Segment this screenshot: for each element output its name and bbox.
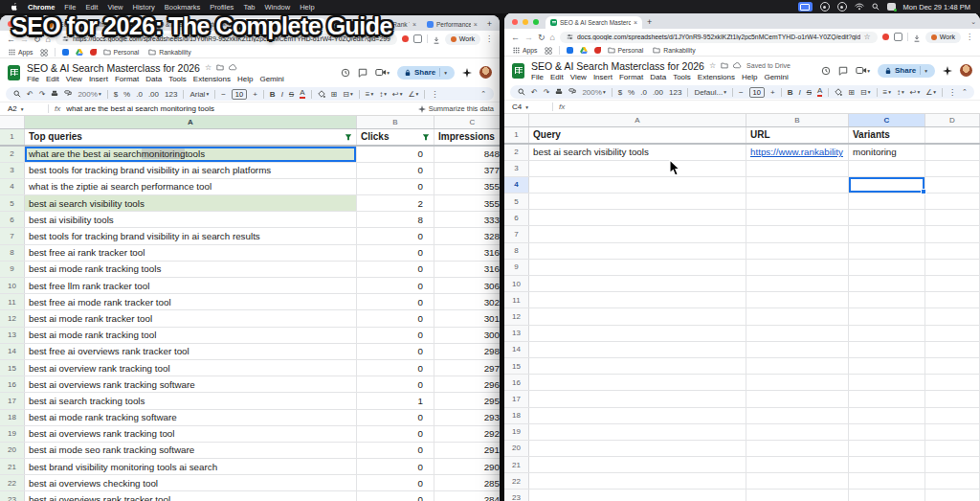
- cell-D17[interactable]: [925, 391, 980, 406]
- row-header-17[interactable]: 17: [504, 391, 529, 406]
- row-header-5[interactable]: 5: [504, 194, 529, 209]
- cell-A12[interactable]: [529, 308, 746, 324]
- row-header-2[interactable]: 2: [0, 147, 25, 162]
- filter-icon[interactable]: [342, 133, 352, 141]
- drive-favicon[interactable]: [76, 49, 83, 56]
- menubar-item-bookmarks[interactable]: Bookmarks: [165, 3, 201, 11]
- close-window-button[interactable]: [512, 19, 518, 25]
- column-header-A[interactable]: A: [529, 114, 746, 126]
- cell-D4[interactable]: [925, 177, 980, 193]
- cell-A16[interactable]: [529, 375, 746, 390]
- increase-font-size-button[interactable]: +: [770, 88, 775, 97]
- row-header-19[interactable]: 19: [0, 426, 25, 442]
- header-cell-variants[interactable]: Variants: [849, 127, 925, 143]
- gemini-icon[interactable]: [462, 68, 472, 78]
- extension-icon-red[interactable]: [402, 35, 409, 42]
- sheets-menu-file[interactable]: File: [27, 75, 39, 83]
- menubar-item-profiles[interactable]: Profiles: [210, 3, 234, 11]
- cell-C10[interactable]: 306: [434, 278, 500, 293]
- row-header-13[interactable]: 13: [504, 326, 529, 341]
- bookmark-folder-personal[interactable]: Personal: [103, 49, 140, 56]
- url-link[interactable]: https://www.rankability: [750, 147, 843, 157]
- cell-C9[interactable]: [849, 260, 925, 275]
- cell-C6[interactable]: 333: [434, 212, 500, 227]
- cell-B4[interactable]: 0: [357, 179, 434, 194]
- version-history-icon[interactable]: [341, 68, 350, 78]
- cell-B20[interactable]: 0: [357, 443, 434, 458]
- bold-button[interactable]: B: [788, 88, 793, 97]
- horizontal-align-icon[interactable]: ≡▾: [366, 90, 373, 99]
- row-header-5[interactable]: 5: [0, 195, 25, 211]
- cell-B3[interactable]: 0: [357, 163, 434, 178]
- doc-title[interactable]: SEO & AI Search Masterclass for 2026: [27, 62, 200, 74]
- menubar-item-tab[interactable]: Tab: [243, 3, 255, 11]
- sheets-menu-gemini[interactable]: Gemini: [764, 73, 788, 81]
- more-formats-button[interactable]: 123: [165, 90, 177, 99]
- cell-D22[interactable]: [925, 473, 980, 489]
- row-header-20[interactable]: 20: [0, 443, 25, 458]
- name-box[interactable]: C4▾: [512, 102, 546, 111]
- cell-B18[interactable]: [746, 408, 849, 423]
- profile-chip[interactable]: Work: [925, 32, 961, 43]
- cell-B17[interactable]: 1: [357, 393, 434, 408]
- cell-B9[interactable]: 0: [357, 262, 434, 277]
- cell-C15[interactable]: [849, 358, 925, 374]
- strikethrough-button[interactable]: S: [807, 88, 812, 97]
- cell-C2[interactable]: 848: [434, 147, 500, 162]
- share-dropdown[interactable]: ▾: [924, 68, 927, 74]
- cell-B5[interactable]: [746, 194, 849, 209]
- collapse-toolbar-button[interactable]: ⌃: [480, 90, 486, 98]
- cell-B2[interactable]: 0: [357, 147, 434, 162]
- summarize-button[interactable]: Summarize this data: [418, 104, 500, 113]
- apps-shortcut[interactable]: Apps: [513, 47, 538, 54]
- row-header-16[interactable]: 16: [504, 375, 529, 390]
- cell-A17[interactable]: [529, 391, 746, 406]
- cell-D16[interactable]: [925, 375, 980, 390]
- cell-C13[interactable]: [849, 326, 925, 341]
- share-button[interactable]: Share ▾: [397, 66, 455, 80]
- paint-format-icon[interactable]: [568, 88, 576, 96]
- move-folder-icon[interactable]: [216, 64, 224, 71]
- menubar-item-help[interactable]: Help: [300, 3, 314, 11]
- cell-B9[interactable]: [746, 260, 849, 275]
- sheets-menu-help[interactable]: Help: [237, 75, 253, 83]
- column-header-C[interactable]: C: [434, 116, 500, 128]
- cell-C23[interactable]: [849, 490, 925, 501]
- zoom-window-button[interactable]: [533, 19, 539, 25]
- star-icon[interactable]: ☆: [205, 63, 212, 72]
- cell-D7[interactable]: [925, 226, 980, 241]
- tab-close-icon[interactable]: ×: [222, 21, 226, 28]
- bookmark-folder-rankability[interactable]: Rankability: [653, 47, 695, 54]
- borders-icon[interactable]: ⊞: [331, 90, 338, 99]
- tab-close-icon[interactable]: ×: [634, 19, 637, 26]
- decrease-font-size-button[interactable]: −: [221, 90, 226, 99]
- zoom-select[interactable]: 200%▾: [582, 88, 605, 97]
- cell-B8[interactable]: 0: [357, 245, 434, 261]
- menubar-item-edit[interactable]: Edit: [85, 3, 98, 11]
- bookmark-star-icon[interactable]: ☆: [864, 33, 871, 41]
- cell-A18[interactable]: [529, 408, 746, 423]
- cell-A5[interactable]: [529, 194, 746, 209]
- grid-corner[interactable]: [504, 114, 529, 126]
- fill-color-icon[interactable]: [318, 90, 325, 98]
- column-header-D[interactable]: D: [925, 114, 980, 126]
- cloud-status-icon[interactable]: [733, 62, 742, 69]
- text-wrap-icon[interactable]: ↩▾: [910, 88, 920, 97]
- font-select[interactable]: Arial▾: [189, 90, 209, 99]
- menubar-item-view[interactable]: View: [107, 3, 122, 11]
- cell-B21[interactable]: 0: [357, 459, 434, 474]
- header-cell-clicks[interactable]: Clicks: [357, 129, 434, 145]
- row-header-12[interactable]: 12: [504, 308, 529, 324]
- cell-C22[interactable]: [849, 473, 925, 489]
- sheets-menu-tools[interactable]: Tools: [168, 75, 187, 83]
- bookmark-favicon-blue[interactable]: [62, 49, 69, 56]
- cell-B20[interactable]: [746, 441, 849, 456]
- sheets-menu-extensions[interactable]: Extensions: [193, 75, 231, 83]
- cell-C18[interactable]: 293: [434, 410, 500, 425]
- cell-A10[interactable]: [529, 276, 746, 291]
- cell-B4[interactable]: [746, 177, 849, 193]
- cloud-status-icon[interactable]: [229, 64, 237, 71]
- home-button[interactable]: ⌂: [46, 34, 51, 44]
- filter-icon[interactable]: [419, 133, 430, 141]
- drive-favicon[interactable]: [580, 47, 588, 54]
